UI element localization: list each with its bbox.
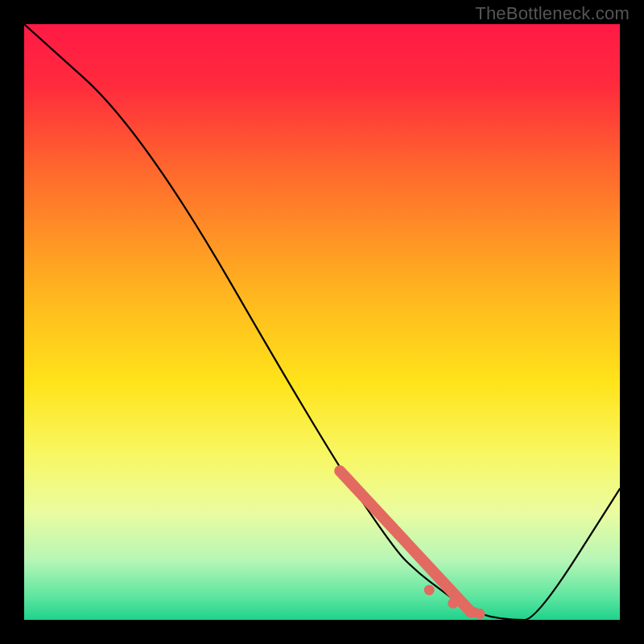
watermark-text: TheBottleneck.com bbox=[475, 3, 630, 24]
bottleneck-curve bbox=[24, 24, 620, 620]
highlight-dot bbox=[424, 585, 435, 596]
highlight-segment bbox=[340, 471, 471, 612]
highlight-dot bbox=[448, 598, 458, 609]
chart-container: TheBottleneck.com bbox=[0, 0, 644, 644]
curve-layer bbox=[24, 24, 620, 620]
highlight-dot bbox=[475, 609, 485, 619]
plot-area bbox=[24, 24, 620, 620]
